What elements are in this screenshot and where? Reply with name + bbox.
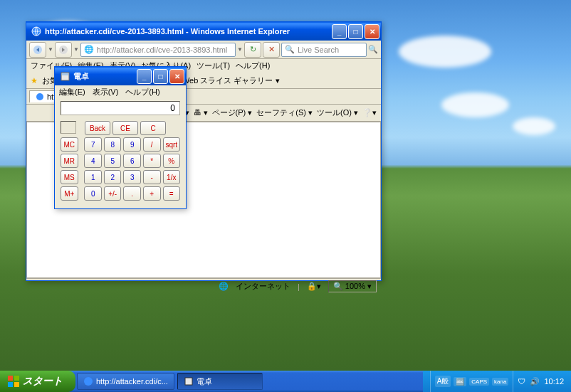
- calc-display: 0: [61, 101, 180, 115]
- cmd-page[interactable]: ページ(P) ▾: [212, 107, 253, 118]
- ime-input[interactable]: 🔤: [454, 377, 466, 386]
- status-zone: インターネット: [236, 281, 290, 292]
- calc-maximize-button[interactable]: □: [153, 69, 168, 84]
- calc-key-+[interactable]: +: [143, 186, 161, 201]
- calc-key--[interactable]: -: [143, 170, 161, 184]
- address-bar[interactable]: 🌐 http://attacker.cdi/cve-2013-3893.html: [80, 43, 236, 57]
- page-icon: 🌐: [84, 45, 94, 54]
- forward-dropdown-icon[interactable]: ▼: [73, 46, 79, 53]
- ie-title-text: http://attacker.cdi/cve-2013-3893.html -…: [45, 27, 332, 36]
- start-button[interactable]: スタート: [0, 371, 75, 392]
- maximize-button[interactable]: □: [348, 24, 363, 39]
- refresh-button[interactable]: ↻: [244, 42, 261, 58]
- ime-caps[interactable]: CAPS: [469, 378, 489, 386]
- cmd-tools[interactable]: ツール(O) ▾: [317, 107, 358, 118]
- calc-taskbar-icon: [184, 376, 194, 386]
- back-button[interactable]: [29, 42, 46, 58]
- svg-point-3: [36, 93, 43, 100]
- taskbar: スタート http://attacker.cdi/c... 電卓 A般 🔤 CA…: [0, 371, 571, 392]
- calc-ce-button[interactable]: CE: [112, 121, 138, 135]
- ime-kana[interactable]: kana: [492, 378, 508, 386]
- calc-c-button[interactable]: C: [140, 121, 166, 135]
- svg-rect-6: [8, 376, 13, 381]
- calculator-icon: [59, 70, 70, 82]
- taskbar-item-label: http://attacker.cdi/c...: [96, 377, 168, 386]
- ie-icon: [31, 26, 42, 37]
- svg-rect-8: [8, 382, 13, 387]
- cmd-help-icon[interactable]: ❔▾: [362, 108, 377, 117]
- tray-clock[interactable]: 10:12: [544, 377, 564, 386]
- calculator-window: 電卓 _ □ ✕ 編集(E) 表示(V) ヘルプ(H) 0 Back CE C …: [54, 66, 187, 209]
- ie-taskbar-icon: [83, 376, 93, 386]
- ie-titlebar[interactable]: http://attacker.cdi/cve-2013-3893.html -…: [26, 22, 381, 41]
- calc-mem-m+[interactable]: M+: [61, 186, 78, 201]
- ie-nav-toolbar: ▼ ▼ 🌐 http://attacker.cdi/cve-2013-3893.…: [26, 41, 381, 59]
- windows-logo-icon: [7, 375, 20, 388]
- calc-key-=[interactable]: =: [163, 186, 181, 201]
- taskbar-item-calc[interactable]: 電卓: [177, 373, 263, 390]
- protected-mode-icon[interactable]: 🔒▾: [307, 282, 321, 291]
- cmd-print-icon[interactable]: 🖶 ▾: [194, 108, 208, 117]
- calc-key-2[interactable]: 2: [104, 170, 122, 184]
- calc-menu-view[interactable]: 表示(V): [93, 87, 119, 97]
- calc-key-1[interactable]: 1: [84, 170, 102, 184]
- ime-bar[interactable]: A般 🔤 CAPS kana: [430, 371, 514, 392]
- calc-key-%[interactable]: %: [163, 154, 181, 168]
- tray-volume-icon[interactable]: 🔊: [530, 377, 540, 386]
- calc-key-0[interactable]: 0: [84, 186, 102, 201]
- calc-key-5[interactable]: 5: [104, 154, 122, 168]
- svg-rect-7: [14, 376, 19, 381]
- tray-shield-icon[interactable]: 🛡: [518, 377, 525, 386]
- stop-button[interactable]: ✕: [263, 42, 280, 58]
- ie-status-bar: 🌐 インターネット | 🔒▾ 🔍 100% ▾: [26, 278, 381, 294]
- fav-link-slices[interactable]: Web スライス ギャラリー ▾: [182, 75, 280, 86]
- menu-tools[interactable]: ツール(T): [197, 60, 230, 72]
- menu-help[interactable]: ヘルプ(H): [236, 60, 270, 72]
- calc-memory-indicator: [61, 121, 76, 134]
- calc-key-9[interactable]: 9: [123, 137, 141, 152]
- ime-mode[interactable]: A般: [435, 376, 451, 387]
- calc-mem-mr[interactable]: MR: [61, 154, 78, 168]
- address-dropdown-icon[interactable]: ▼: [237, 46, 243, 53]
- calc-title: 電卓: [73, 71, 137, 82]
- calc-menu-help[interactable]: ヘルプ(H): [125, 87, 159, 97]
- calc-mem-mc[interactable]: MC: [61, 137, 78, 152]
- taskbar-item-ie[interactable]: http://attacker.cdi/c...: [77, 373, 174, 390]
- internet-zone-icon: 🌐: [219, 282, 229, 291]
- back-dropdown-icon[interactable]: ▼: [48, 46, 53, 53]
- search-icon: 🔍: [285, 45, 295, 54]
- calc-key-+/-[interactable]: +/-: [104, 186, 122, 201]
- calc-mem-ms[interactable]: MS: [61, 170, 78, 184]
- favorites-star-icon[interactable]: ★: [31, 76, 38, 85]
- zoom-value: 100%: [345, 282, 365, 290]
- calc-menu-edit[interactable]: 編集(E): [59, 87, 85, 97]
- calc-key-.[interactable]: .: [123, 186, 141, 201]
- calc-key-3[interactable]: 3: [123, 170, 141, 184]
- close-button[interactable]: ✕: [365, 24, 379, 39]
- calc-key-*[interactable]: *: [143, 154, 161, 168]
- svg-rect-9: [14, 382, 19, 387]
- svg-point-10: [84, 377, 93, 386]
- start-label: スタート: [23, 375, 63, 388]
- forward-button[interactable]: [55, 42, 72, 58]
- ie-tab-icon: [36, 92, 44, 101]
- calc-minimize-button[interactable]: _: [137, 69, 152, 84]
- calc-key-/[interactable]: /: [143, 137, 161, 152]
- calc-key-sqrt[interactable]: sqrt: [163, 137, 181, 152]
- minimize-button[interactable]: _: [332, 24, 347, 39]
- svg-rect-5: [62, 73, 68, 75]
- calc-key-4[interactable]: 4: [84, 154, 102, 168]
- svg-rect-11: [185, 378, 192, 385]
- calc-key-7[interactable]: 7: [84, 137, 102, 152]
- calc-key-1/x[interactable]: 1/x: [163, 170, 181, 184]
- calc-titlebar[interactable]: 電卓 _ □ ✕: [55, 67, 186, 85]
- cmd-safety[interactable]: セーフティ(S) ▾: [256, 107, 313, 118]
- calc-close-button[interactable]: ✕: [169, 69, 184, 84]
- calc-keypad: Back CE C MC789/sqrtMR456*%MS123-1/xM+0+…: [55, 118, 186, 208]
- search-go-icon[interactable]: 🔍: [368, 45, 378, 54]
- search-box[interactable]: 🔍 Live Search: [281, 43, 367, 57]
- calc-key-8[interactable]: 8: [104, 137, 122, 152]
- calc-key-6[interactable]: 6: [123, 154, 141, 168]
- zoom-control[interactable]: 🔍 100% ▾: [328, 280, 377, 292]
- calc-back-button[interactable]: Back: [85, 121, 110, 135]
